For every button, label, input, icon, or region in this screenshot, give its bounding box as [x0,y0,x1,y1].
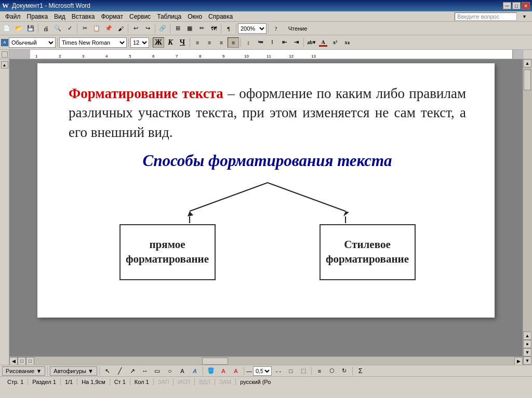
document-map-button[interactable]: 🗺 [208,23,219,34]
save-button[interactable]: 💾 [25,23,36,34]
titlebar: W Документ1 - Microsoft Word ─ □ ✕ [0,0,532,11]
vscroll-select-btn[interactable]: ● [523,340,531,348]
dash-style-btn[interactable]: - - [273,366,284,376]
fmt-sep-3 [151,38,151,47]
rect-tool-btn[interactable]: ▭ [152,366,163,376]
3d-btn[interactable]: ⬚ [298,366,309,376]
vscroll-down-btn[interactable]: ▼ [523,356,531,365]
new-button[interactable]: 📄 [1,23,12,34]
fill-color-btn[interactable]: 🪣 [205,366,217,376]
line-width-select[interactable]: 0,511,52 [253,366,272,376]
bullets-button[interactable]: ⁝ [267,37,278,48]
redo-button[interactable]: ↪ [142,23,153,34]
shadow-btn[interactable]: □ [285,366,297,376]
toolbar-sep-7 [236,24,236,33]
menu-service[interactable]: Сервис [126,12,154,21]
align-right-button[interactable]: ≡ [216,37,227,48]
maximize-button[interactable]: □ [512,2,521,9]
left-panel-btn1[interactable]: ▲ [1,61,8,68]
style-select[interactable]: Обычный [9,37,56,48]
menu-table[interactable]: Таблица [154,12,184,21]
style-indicator: A [1,39,8,46]
menubar: Файл Правка Вид Вставка Формат Сервис Та… [0,11,532,22]
hscroll-page-btn2[interactable]: □ [26,357,34,365]
line-tool-btn[interactable]: ╱ [114,366,126,376]
spellcheck-button[interactable]: ✓ [64,23,75,34]
numbering-button[interactable]: ≔ [255,37,266,48]
hyperlink-button[interactable]: 🔗 [157,23,168,34]
arrows-svg [86,183,449,224]
paste-button[interactable]: 📌 [103,23,114,34]
textbox-tool-btn[interactable]: A [177,366,188,376]
highlight-button[interactable]: ab▾ [305,37,317,48]
vscroll-next-page-btn[interactable]: ▼ [523,348,531,356]
increase-indent-button[interactable]: ⇥ [290,37,302,48]
print-button[interactable]: 🖨 [40,23,51,34]
decrease-indent-button[interactable]: ⇤ [278,37,290,48]
arrow-tool-btn[interactable]: ↗ [127,366,138,376]
zoom-select[interactable]: 200%150%100%75% [238,23,267,34]
menu-window[interactable]: Окно [184,12,205,21]
superscript-button[interactable]: x² [329,37,341,48]
underline-button[interactable]: Ч [177,37,188,48]
hscroll-right-btn[interactable]: ▶ [514,357,523,365]
menu-help[interactable]: Справка [205,12,236,21]
font-size-select[interactable]: 1281014161824 [130,37,149,48]
rotate-btn[interactable]: ↻ [339,366,350,376]
status-position: На 1,9см [77,378,110,386]
align-center-button[interactable]: ≡ [204,37,215,48]
italic-button[interactable]: К [165,37,176,48]
vscroll-up-btn[interactable]: ▲ [523,59,531,67]
open-button[interactable]: 📂 [13,23,24,34]
help-button[interactable]: ? [270,23,282,34]
menu-file[interactable]: Файл [2,12,24,21]
font-color-button[interactable]: A [317,37,329,48]
red-bold-text: Форматирование текста [69,86,223,101]
draw-sep-1 [47,367,48,375]
bold-button[interactable]: Ж [153,37,164,48]
ruler-corner[interactable] [2,51,8,58]
read-mode-button[interactable]: Чтение [282,23,313,34]
menu-format[interactable]: Формат [98,12,126,21]
oval-tool-btn[interactable]: ○ [164,366,176,376]
help-dropdown-icon[interactable]: ▼ [519,13,530,20]
minimize-button[interactable]: ─ [503,2,511,9]
cut-button[interactable]: ✂ [79,23,90,34]
cursor-tool-btn[interactable]: ↖ [102,366,113,376]
menu-insert[interactable]: Вставка [69,12,98,21]
toolbar-sep-1 [38,24,38,33]
align-draw-btn[interactable]: ≡ [314,366,325,376]
format-painter-button[interactable]: 🖌 [115,23,126,34]
vscroll-prev-page-btn[interactable]: ▲ [523,332,531,340]
hscroll-page-btn1[interactable]: □ [18,357,26,365]
table-button[interactable]: ⊞ [172,23,183,34]
drawing-button[interactable]: ✏ [196,23,207,34]
copy-button[interactable]: 📋 [91,23,102,34]
box-left: прямое форматирование [119,224,216,280]
columns-button[interactable]: ▦ [184,23,195,34]
hscroll-left-btn[interactable]: ◀ [9,357,18,365]
group-btn[interactable]: ⬡ [326,366,338,376]
draw-button[interactable]: Рисование ▼ [2,366,45,376]
show-hide-button[interactable]: ¶ [223,23,234,34]
autoshapes-button[interactable]: Автофигуры ▼ [50,366,97,376]
justify-button[interactable]: ≡ [228,37,239,48]
wordart-tool-btn[interactable]: A [189,366,201,376]
vscroll-thumb[interactable] [524,70,531,90]
sum-btn[interactable]: Σ [355,366,366,376]
help-search-input[interactable] [455,12,517,21]
hscroll-thumb[interactable] [202,358,228,365]
font-select[interactable]: Times New Roman [59,37,127,48]
line-spacing-button[interactable]: ↕ [243,37,254,48]
undo-button[interactable]: ↩ [130,23,141,34]
subscript-button[interactable]: x₂ [341,37,353,48]
print-preview-button[interactable]: 🔍 [52,23,63,34]
dbl-arrow-tool-btn[interactable]: ↔ [139,366,151,376]
menu-edit[interactable]: Правка [24,12,51,21]
close-button[interactable]: ✕ [522,2,530,9]
font-color-btn2[interactable]: A [230,366,242,376]
align-left-button[interactable]: ≡ [192,37,203,48]
line-color-btn[interactable]: A [218,366,229,376]
menu-view[interactable]: Вид [51,12,69,21]
title-area: W Документ1 - Microsoft Word [2,2,90,10]
